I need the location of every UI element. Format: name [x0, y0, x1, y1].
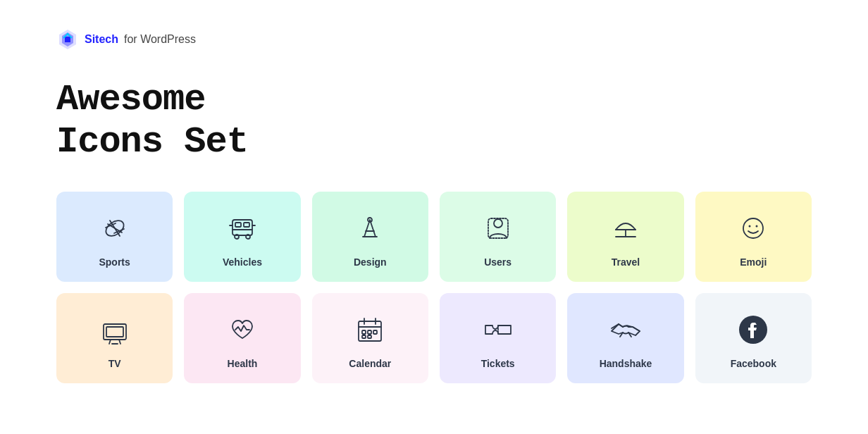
svg-point-9 — [246, 235, 250, 239]
card-tv[interactable]: TV — [56, 293, 173, 383]
svg-rect-30 — [362, 330, 366, 334]
svg-rect-34 — [368, 335, 371, 338]
svg-point-20 — [756, 225, 758, 227]
card-facebook[interactable]: Facebook — [695, 293, 812, 383]
svg-rect-5 — [235, 223, 241, 227]
card-health[interactable]: Health — [184, 293, 300, 383]
tv-icon — [98, 313, 132, 347]
brand-name: Sitech — [85, 33, 118, 46]
sitech-logo-icon — [56, 28, 79, 51]
design-icon — [353, 211, 387, 245]
users-label: Users — [484, 256, 512, 268]
health-icon — [225, 313, 259, 347]
card-calendar[interactable]: Calendar — [312, 293, 428, 383]
card-handshake[interactable]: Handshake — [567, 293, 683, 383]
brand-subtitle: for WordPress — [124, 33, 196, 46]
ticket-label: Tickets — [481, 358, 515, 369]
facebook-label: Facebook — [731, 358, 776, 369]
card-travel[interactable]: Travel — [567, 192, 683, 282]
svg-marker-2 — [65, 37, 70, 42]
svg-point-8 — [235, 235, 239, 239]
health-label: Health — [228, 358, 258, 369]
emoji-label: Emoji — [740, 256, 767, 268]
travel-label: Travel — [612, 256, 640, 268]
svg-point-13 — [494, 219, 502, 228]
svg-rect-24 — [106, 327, 123, 337]
svg-point-19 — [749, 225, 751, 227]
handshake-icon — [609, 313, 643, 347]
vehicles-label: Vehicles — [223, 256, 262, 268]
facebook-icon — [736, 313, 770, 347]
svg-rect-31 — [368, 330, 371, 334]
emoji-icon — [736, 211, 770, 245]
svg-rect-33 — [362, 335, 366, 338]
icon-grid-row2: TV Health Calendar — [56, 293, 812, 383]
tv-label: TV — [108, 358, 121, 369]
card-ticket[interactable]: Tickets — [440, 293, 556, 383]
svg-rect-6 — [244, 223, 249, 227]
card-sports[interactable]: Sports — [56, 192, 173, 282]
handshake-label: Handshake — [600, 358, 652, 369]
travel-icon — [609, 211, 643, 245]
calendar-icon — [353, 313, 387, 347]
card-users[interactable]: Users — [440, 192, 556, 282]
vehicles-icon — [225, 211, 259, 245]
logo-area: Sitech for WordPress — [56, 28, 812, 51]
card-vehicles[interactable]: Vehicles — [184, 192, 300, 282]
ticket-icon — [481, 313, 515, 347]
sports-label: Sports — [99, 256, 130, 268]
card-emoji[interactable]: Emoji — [695, 192, 812, 282]
page-title: Awesome Icons Set — [56, 79, 812, 163]
design-label: Design — [354, 256, 387, 268]
users-icon — [481, 211, 515, 245]
sports-icon — [98, 211, 132, 245]
icon-grid-row1: Sports Vehicles — [56, 192, 812, 282]
calendar-label: Calendar — [349, 358, 391, 369]
svg-point-18 — [743, 218, 763, 238]
card-design[interactable]: Design — [312, 192, 428, 282]
svg-rect-32 — [373, 330, 377, 334]
